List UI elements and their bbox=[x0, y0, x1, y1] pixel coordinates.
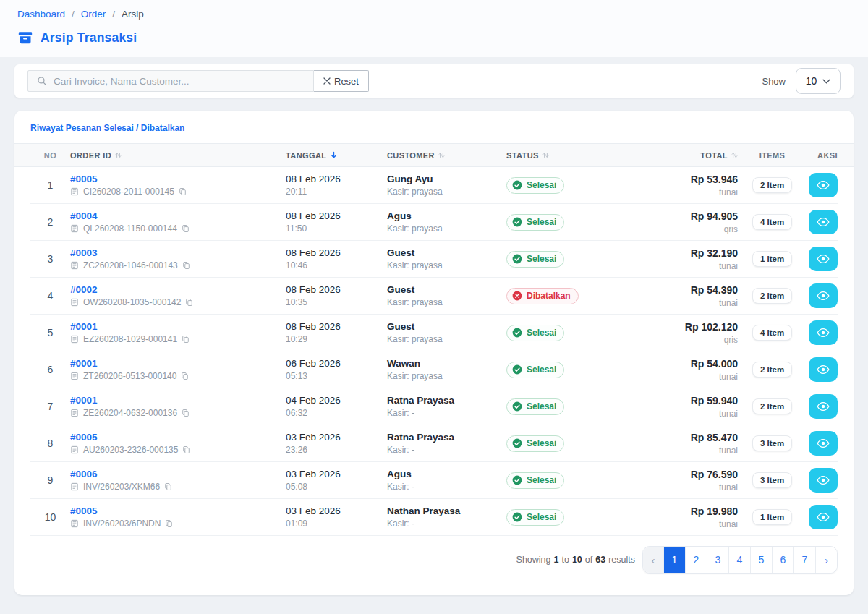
pagination-page-2[interactable]: 2 bbox=[686, 547, 707, 573]
column-label: TANGGAL bbox=[286, 151, 326, 160]
archive-table-card: Riwayat Pesanan Selesai / Dibatalkan NO … bbox=[14, 111, 854, 595]
column-header-total[interactable]: TOTAL bbox=[644, 151, 738, 160]
table-footer: Showing 1 to 10 of 63 results ‹ 1234567 … bbox=[14, 536, 854, 574]
order-id-link[interactable]: #0004 bbox=[70, 210, 286, 221]
view-order-button[interactable] bbox=[809, 431, 838, 456]
column-header-order-id[interactable]: ORDER ID bbox=[70, 151, 286, 160]
order-code: OW260208-1035-000142 bbox=[83, 297, 181, 307]
copy-icon[interactable] bbox=[182, 224, 190, 233]
pagination-page-7[interactable]: 7 bbox=[794, 547, 816, 573]
customer-name: Nathan Prayasa bbox=[387, 506, 506, 516]
eye-icon bbox=[817, 364, 830, 375]
breadcrumb-dashboard[interactable]: Dashboard bbox=[17, 9, 65, 20]
items-badge: 2 Item bbox=[752, 398, 792, 414]
order-date: 08 Feb 2026 bbox=[286, 247, 387, 258]
order-id-link[interactable]: #0005 bbox=[70, 432, 286, 443]
eye-icon bbox=[817, 401, 830, 412]
order-id-link[interactable]: #0003 bbox=[70, 247, 286, 258]
table-row: 10 #0005 INV/260203/6PNDN bbox=[30, 499, 838, 536]
payment-method: qris bbox=[724, 224, 738, 234]
view-order-button[interactable] bbox=[809, 283, 838, 308]
copy-icon[interactable] bbox=[164, 482, 172, 491]
pagination-prev-button[interactable]: ‹ bbox=[643, 547, 664, 573]
items-badge: 3 Item bbox=[752, 435, 792, 451]
order-id-link[interactable]: #0002 bbox=[70, 284, 286, 295]
status-badge: Selesai bbox=[506, 251, 564, 268]
status-badge: Selesai bbox=[506, 362, 564, 378]
table-row: 8 #0005 AU260203-2326-000135 bbox=[30, 425, 838, 462]
order-time: 23:26 bbox=[286, 445, 387, 455]
copy-icon[interactable] bbox=[182, 409, 190, 417]
table-body: 1 #0005 CI260208-2011-000145 bbox=[14, 167, 854, 536]
items-badge: 2 Item bbox=[752, 288, 792, 304]
pagination-page-6[interactable]: 6 bbox=[773, 547, 794, 573]
copy-icon[interactable] bbox=[182, 445, 190, 454]
column-label: CUSTOMER bbox=[387, 151, 435, 160]
order-date: 03 Feb 2026 bbox=[286, 432, 387, 443]
column-label: TOTAL bbox=[700, 151, 728, 160]
view-order-button[interactable] bbox=[809, 320, 838, 345]
archive-icon bbox=[17, 30, 33, 46]
view-order-button[interactable] bbox=[809, 173, 838, 197]
eye-icon bbox=[817, 438, 830, 448]
status-badge: Selesai bbox=[506, 509, 564, 526]
pagination-next-button[interactable]: › bbox=[816, 547, 837, 573]
column-header-status[interactable]: STATUS bbox=[506, 151, 644, 160]
copy-icon[interactable] bbox=[179, 187, 187, 196]
view-order-button[interactable] bbox=[809, 468, 838, 493]
table-row: 5 #0001 EZ260208-1029-000141 bbox=[30, 315, 838, 351]
order-total: Rp 19.980 bbox=[691, 506, 738, 517]
pagination-page-3[interactable]: 3 bbox=[707, 547, 729, 573]
view-order-button[interactable] bbox=[809, 247, 838, 271]
status-label: Selesai bbox=[527, 475, 556, 485]
check-circle-icon bbox=[512, 475, 522, 485]
customer-name: Gung Ayu bbox=[387, 174, 506, 184]
table-header-row: NO ORDER ID TANGGAL CUSTOMER bbox=[14, 143, 854, 167]
order-total: Rp 59.940 bbox=[691, 395, 738, 406]
pagination-page-1[interactable]: 1 bbox=[664, 547, 686, 573]
status-badge: Selesai bbox=[506, 325, 564, 341]
order-date: 04 Feb 2026 bbox=[286, 395, 387, 406]
order-date: 03 Feb 2026 bbox=[286, 506, 387, 516]
reset-button[interactable]: Reset bbox=[314, 70, 369, 92]
row-number: 7 bbox=[30, 401, 70, 412]
status-label: Selesai bbox=[527, 438, 556, 448]
table-row: 4 #0002 OW260208-1035-000142 bbox=[30, 278, 838, 315]
copy-icon[interactable] bbox=[181, 372, 189, 380]
order-id-link[interactable]: #0001 bbox=[70, 395, 286, 406]
order-time: 05:13 bbox=[286, 371, 387, 381]
order-code: INV/260203/6PNDN bbox=[83, 519, 161, 529]
page-size-select[interactable]: 10 bbox=[796, 68, 841, 94]
customer-kasir: Kasir: prayasa bbox=[387, 371, 506, 381]
page-header: Dashboard / Order / Arsip Arsip Transaks… bbox=[0, 0, 868, 57]
search-icon bbox=[37, 76, 47, 86]
view-order-button[interactable] bbox=[809, 394, 838, 419]
order-id-link[interactable]: #0001 bbox=[70, 321, 286, 332]
order-id-link[interactable]: #0005 bbox=[70, 174, 286, 184]
pagination-page-4[interactable]: 4 bbox=[729, 547, 751, 573]
order-id-link[interactable]: #0001 bbox=[70, 358, 286, 369]
pagination-page-5[interactable]: 5 bbox=[751, 547, 773, 573]
view-order-button[interactable] bbox=[809, 505, 838, 529]
order-time: 01:09 bbox=[286, 519, 387, 529]
copy-icon[interactable] bbox=[165, 519, 173, 528]
sort-desc-icon bbox=[330, 151, 338, 159]
check-circle-icon bbox=[512, 438, 522, 448]
payment-method: tunai bbox=[719, 519, 738, 529]
column-label: STATUS bbox=[506, 151, 539, 160]
table-heading: Riwayat Pesanan Selesai / Dibatalkan bbox=[14, 111, 854, 143]
column-header-customer[interactable]: CUSTOMER bbox=[387, 151, 506, 160]
copy-icon[interactable] bbox=[185, 298, 193, 307]
view-order-button[interactable] bbox=[809, 210, 838, 234]
order-id-link[interactable]: #0006 bbox=[70, 469, 286, 479]
column-header-tanggal[interactable]: TANGGAL bbox=[286, 151, 387, 160]
order-id-link[interactable]: #0005 bbox=[70, 506, 286, 516]
copy-icon[interactable] bbox=[182, 335, 190, 344]
view-order-button[interactable] bbox=[809, 357, 838, 382]
copy-icon[interactable] bbox=[182, 261, 190, 270]
table-row: 1 #0005 CI260208-2011-000145 bbox=[30, 167, 838, 204]
check-circle-icon bbox=[512, 217, 522, 227]
breadcrumb-order[interactable]: Order bbox=[81, 9, 106, 20]
search-input[interactable] bbox=[54, 76, 305, 87]
receipt-icon bbox=[70, 224, 79, 233]
